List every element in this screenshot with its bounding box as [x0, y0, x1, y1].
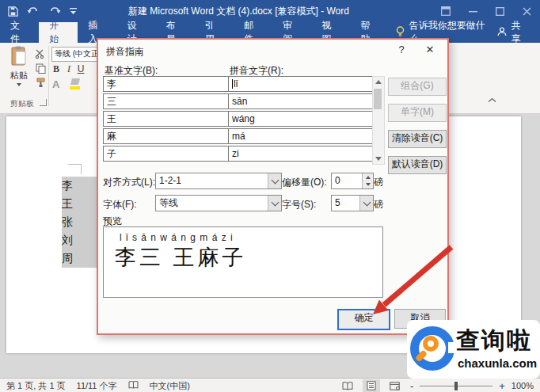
- word-count[interactable]: 11/11 个字: [77, 380, 117, 392]
- selected-name: 王: [62, 195, 98, 213]
- scrollbar-thumb[interactable]: [374, 89, 382, 109]
- save-icon[interactable]: [8, 6, 18, 17]
- share-button[interactable]: 共享: [497, 22, 540, 43]
- zoom-level[interactable]: 100%: [511, 381, 534, 390]
- paste-dropdown-icon: [17, 83, 21, 86]
- clipboard-icon: [10, 46, 28, 68]
- alignment-label: 对齐方式(L):: [103, 176, 155, 189]
- selected-name: 张: [62, 213, 98, 231]
- magnifier-icon: [423, 336, 439, 352]
- default-reading-button[interactable]: 默认读音(D): [388, 156, 447, 174]
- preview-base-text: 李三 王麻子: [115, 243, 247, 272]
- chevron-down-icon[interactable]: [268, 196, 281, 211]
- spin-down-icon[interactable]: [363, 181, 373, 189]
- base-text-field[interactable]: 李: [103, 76, 231, 92]
- clipboard-group-label: 剪贴板: [2, 98, 43, 109]
- font-label: 字体(F):: [103, 198, 137, 211]
- chevron-down-icon[interactable]: [359, 196, 373, 211]
- tab-file[interactable]: 文件: [0, 22, 39, 43]
- logo-ring-gap: [448, 342, 456, 353]
- base-text-field[interactable]: 王: [103, 111, 231, 127]
- selected-name: 刘: [62, 231, 98, 249]
- font-select[interactable]: 等线: [155, 195, 282, 211]
- underline-button[interactable]: U: [75, 63, 86, 74]
- read-mode-icon[interactable]: [339, 379, 356, 392]
- paste-button[interactable]: 粘贴: [5, 46, 33, 93]
- chevron-down-icon[interactable]: [268, 173, 281, 188]
- dialog-help-button[interactable]: ?: [393, 44, 410, 55]
- zoom-slider[interactable]: [420, 386, 492, 386]
- preview-ruby-text: l ǐ s ā n w á n g m á z i: [120, 232, 234, 243]
- scroll-up-icon[interactable]: [375, 80, 382, 84]
- highlight-color-swatch: [70, 86, 80, 89]
- format-painter-icon[interactable]: [33, 76, 48, 89]
- lightbulb-icon: [396, 26, 405, 40]
- base-text-field[interactable]: 子: [103, 146, 231, 162]
- scroll-down-icon[interactable]: [375, 157, 382, 161]
- selected-name: 李: [62, 177, 98, 195]
- proofing-icon[interactable]: [128, 380, 139, 391]
- text-cursor: [232, 79, 233, 89]
- highlight-color-button[interactable]: [70, 78, 81, 89]
- size-label: 字号(S):: [282, 198, 316, 211]
- zoom-slider-thumb[interactable]: [454, 382, 458, 390]
- share-person-icon: [497, 27, 507, 39]
- base-text-field[interactable]: 麻: [103, 128, 231, 144]
- dialog-title: 拼音指南: [106, 45, 144, 59]
- web-layout-icon[interactable]: [386, 379, 404, 392]
- ruby-text-field[interactable]: lǐ: [228, 76, 375, 92]
- window-title: 新建 Microsoft Word 文档 (4).docx [兼容模式] - W…: [45, 5, 432, 18]
- bold-button[interactable]: B: [51, 63, 62, 75]
- page-info[interactable]: 第 1 页, 共 1 页: [6, 380, 66, 392]
- undo-icon[interactable]: [27, 6, 40, 17]
- watermark-domain: chaxunla.com: [458, 356, 537, 370]
- clipboard-dialog-launcher-icon[interactable]: [40, 99, 47, 106]
- rows-scrollbar[interactable]: [372, 76, 385, 165]
- selected-name: 周: [62, 249, 98, 268]
- ruby-text-field[interactable]: zi: [228, 146, 375, 162]
- preview-box: l ǐ s ā n w á n g m á z i 李三 王麻子: [103, 226, 383, 298]
- status-bar: 第 1 页, 共 1 页 11/11 个字 中文(中国) - + 100%: [0, 378, 540, 392]
- italic-button[interactable]: I: [63, 63, 74, 75]
- selected-text-block: 李 王 张 刘 周: [62, 177, 98, 268]
- ruby-text-field[interactable]: wáng: [228, 111, 375, 127]
- size-unit: 磅: [374, 198, 383, 211]
- language-status[interactable]: 中文(中国): [150, 380, 190, 392]
- spin-up-icon[interactable]: [363, 173, 373, 181]
- print-layout-icon[interactable]: [363, 379, 380, 392]
- clear-reading-button[interactable]: 清除读音(C): [388, 130, 447, 148]
- single-char-button: 单字(M): [388, 104, 447, 122]
- cut-icon[interactable]: [33, 48, 48, 60]
- offset-unit: 磅: [374, 176, 383, 189]
- watermark: 查询啦 chaxunla.com: [407, 320, 540, 379]
- phonetic-guide-dialog: 拼音指南 ? ✕ 基准文字(B): 拼音文字(R): 李 lǐ 三 sān 王 …: [97, 38, 449, 335]
- group-divider: [48, 46, 49, 106]
- margin-crop-mark: [68, 164, 82, 174]
- offset-label: 偏移量(O):: [282, 176, 327, 189]
- combine-button: 组合(G): [388, 78, 447, 96]
- alignment-select[interactable]: 1-2-1: [155, 173, 282, 189]
- tab-home[interactable]: 开始: [39, 22, 78, 43]
- share-label: 共享: [511, 19, 529, 46]
- ok-button[interactable]: 确定: [337, 309, 390, 330]
- ruby-text-field[interactable]: sān: [228, 93, 375, 109]
- paste-label: 粘贴: [10, 70, 28, 82]
- base-text-field[interactable]: 三: [103, 93, 231, 109]
- word-window: 新建 Microsoft Word 文档 (4).docx [兼容模式] - W…: [0, 0, 540, 392]
- collapse-ribbon-icon[interactable]: [488, 92, 496, 106]
- offset-stepper[interactable]: 0: [331, 173, 374, 189]
- size-select[interactable]: 5: [331, 195, 374, 211]
- zoom-in-button[interactable]: +: [499, 380, 505, 392]
- copy-icon[interactable]: [33, 62, 48, 74]
- watermark-brand: 查询啦: [456, 325, 532, 357]
- zoom-out-button[interactable]: -: [410, 380, 413, 392]
- highlighter-icon: [70, 78, 80, 85]
- text-effects-button[interactable]: A: [52, 78, 59, 90]
- font-name-combobox[interactable]: 等线 (中文正: [51, 47, 101, 62]
- dialog-close-button[interactable]: ✕: [420, 44, 440, 55]
- ruby-text-field[interactable]: má: [228, 128, 375, 144]
